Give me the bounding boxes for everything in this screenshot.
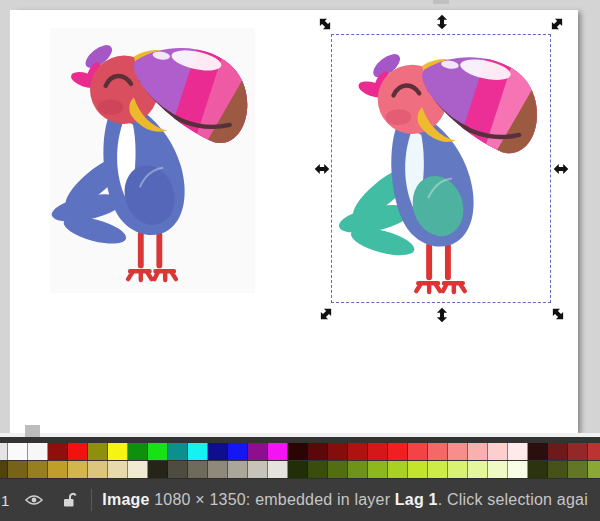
- palette-swatch[interactable]: [108, 443, 128, 460]
- scale-handle-n[interactable]: [434, 14, 450, 30]
- palette-swatch[interactable]: [428, 443, 448, 460]
- palette-swatch[interactable]: [268, 461, 288, 478]
- palette-swatch[interactable]: [408, 443, 428, 460]
- toucan-image-right[interactable]: [336, 40, 546, 302]
- scrollbar-thumb-fragment-top[interactable]: [433, 0, 449, 4]
- palette-swatch[interactable]: [488, 461, 508, 478]
- palette-swatch[interactable]: [288, 461, 308, 478]
- palette-swatch[interactable]: [308, 461, 328, 478]
- palette-swatch[interactable]: [388, 443, 408, 460]
- lock-open-icon[interactable]: [61, 491, 77, 509]
- palette-swatch[interactable]: [128, 461, 148, 478]
- inkscape-window: 1 Image 1080 × 1350: embedded in layer L…: [0, 0, 600, 521]
- palette-swatch[interactable]: [528, 443, 548, 460]
- palette-swatch[interactable]: [208, 461, 228, 478]
- palette-swatch[interactable]: [588, 461, 600, 478]
- palette-swatch[interactable]: [368, 443, 388, 460]
- status-message: Image 1080 × 1350: embedded in layer Lag…: [102, 491, 588, 509]
- scale-handle-s[interactable]: [434, 307, 450, 323]
- palette-swatch[interactable]: [0, 443, 8, 460]
- color-palette: [0, 437, 600, 478]
- drawing-canvas[interactable]: [0, 0, 600, 437]
- palette-swatch[interactable]: [468, 443, 488, 460]
- palette-swatch[interactable]: [528, 461, 548, 478]
- palette-swatch[interactable]: [468, 461, 488, 478]
- palette-swatch[interactable]: [188, 443, 208, 460]
- palette-swatch[interactable]: [448, 461, 468, 478]
- scale-handle-sw[interactable]: [318, 306, 334, 322]
- status-layer-name: Lag 1: [395, 491, 438, 508]
- palette-swatch[interactable]: [48, 461, 68, 478]
- palette-swatch[interactable]: [308, 443, 328, 460]
- palette-swatch[interactable]: [128, 443, 148, 460]
- palette-swatch[interactable]: [148, 461, 168, 478]
- visibility-eye-icon[interactable]: [25, 491, 43, 509]
- palette-swatch[interactable]: [248, 461, 268, 478]
- palette-swatch[interactable]: [28, 443, 48, 460]
- palette-swatch[interactable]: [408, 461, 428, 478]
- palette-swatch[interactable]: [88, 461, 108, 478]
- palette-row-2: [0, 461, 600, 478]
- palette-swatch[interactable]: [348, 461, 368, 478]
- scale-handle-w[interactable]: [314, 161, 330, 177]
- palette-swatch[interactable]: [0, 461, 8, 478]
- palette-swatch[interactable]: [248, 443, 268, 460]
- palette-swatch[interactable]: [88, 443, 108, 460]
- palette-swatch[interactable]: [268, 443, 288, 460]
- palette-swatch[interactable]: [168, 443, 188, 460]
- scale-handle-nw[interactable]: [317, 16, 333, 32]
- palette-swatch[interactable]: [288, 443, 308, 460]
- palette-swatch[interactable]: [188, 461, 208, 478]
- status-object-type: Image: [102, 491, 149, 508]
- palette-swatch[interactable]: [508, 443, 528, 460]
- palette-swatch[interactable]: [568, 461, 588, 478]
- palette-swatch[interactable]: [548, 461, 568, 478]
- palette-swatch[interactable]: [108, 461, 128, 478]
- scale-handle-ne[interactable]: [549, 16, 565, 32]
- palette-swatch[interactable]: [328, 443, 348, 460]
- palette-swatch[interactable]: [348, 443, 368, 460]
- palette-swatch[interactable]: [228, 461, 248, 478]
- palette-swatch[interactable]: [68, 443, 88, 460]
- scrollbar-thumb-fragment[interactable]: [25, 425, 40, 437]
- palette-swatch[interactable]: [48, 443, 68, 460]
- statusbar-separator: [91, 489, 92, 511]
- palette-swatch[interactable]: [508, 461, 528, 478]
- toucan-image-left[interactable]: [50, 28, 255, 293]
- palette-swatch[interactable]: [448, 443, 468, 460]
- palette-swatch[interactable]: [68, 461, 88, 478]
- scale-handle-e[interactable]: [553, 161, 569, 177]
- palette-swatch[interactable]: [488, 443, 508, 460]
- palette-swatch[interactable]: [548, 443, 568, 460]
- status-text-2: . Click selection agai: [438, 491, 588, 508]
- palette-swatch[interactable]: [8, 461, 28, 478]
- palette-swatch[interactable]: [168, 461, 188, 478]
- palette-row-1: [0, 443, 600, 460]
- status-text-1: 1080 × 1350: embedded in layer: [150, 491, 395, 508]
- palette-swatch[interactable]: [568, 443, 588, 460]
- palette-swatch[interactable]: [388, 461, 408, 478]
- scale-handle-se[interactable]: [550, 306, 566, 322]
- palette-swatch[interactable]: [588, 443, 600, 460]
- palette-swatch[interactable]: [208, 443, 228, 460]
- palette-swatch[interactable]: [28, 461, 48, 478]
- palette-swatch[interactable]: [228, 443, 248, 460]
- layer-indicator[interactable]: 1: [1, 492, 9, 509]
- status-bar: 1 Image 1080 × 1350: embedded in layer L…: [0, 478, 600, 521]
- palette-swatch[interactable]: [368, 461, 388, 478]
- palette-swatch[interactable]: [148, 443, 168, 460]
- palette-swatch[interactable]: [428, 461, 448, 478]
- palette-swatch[interactable]: [328, 461, 348, 478]
- palette-swatch[interactable]: [8, 443, 28, 460]
